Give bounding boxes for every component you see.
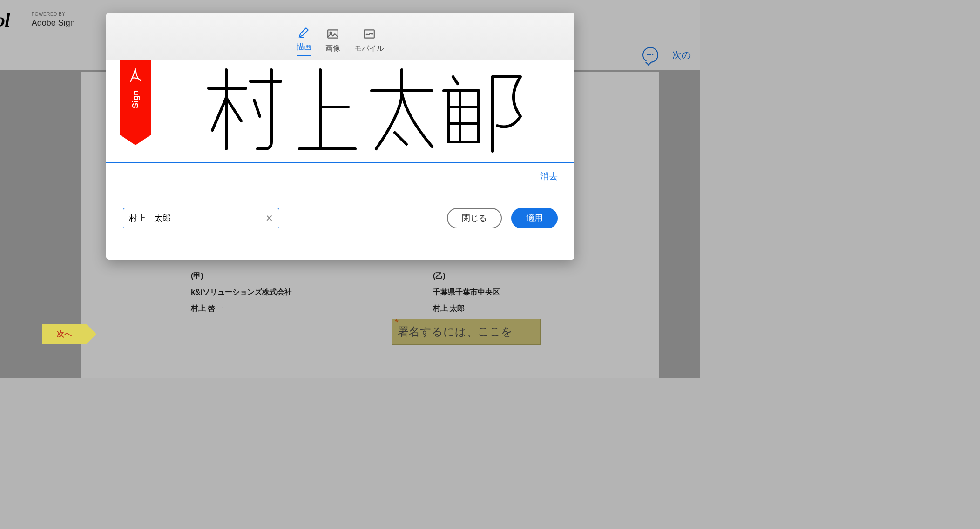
pen-icon [297,27,311,39]
signature-canvas[interactable]: Sign [106,60,574,163]
close-button[interactable]: 閉じる [447,208,502,228]
sign-ribbon: Sign [120,60,151,135]
tab-image[interactable]: 画像 [325,28,340,56]
image-icon [326,28,340,40]
tab-mobile[interactable]: モバイル [354,28,384,56]
name-input[interactable] [129,214,265,223]
next-flag[interactable]: 次へ [42,324,87,344]
button-row: 閉じる 適用 [447,208,558,228]
clear-link[interactable]: 消去 [540,170,558,182]
clear-input-icon[interactable]: ✕ [265,213,273,224]
ribbon-label: Sign [131,90,141,108]
adobe-acrobat-icon [128,67,143,86]
handwritten-signature [199,56,534,158]
modal-tabs: 描画 画像 モバイル [106,13,574,60]
clear-row: 消去 [106,163,574,190]
name-input-wrapper: ✕ [123,208,279,228]
signature-modal: 描画 画像 モバイル Sign [106,13,574,260]
modal-footer: ✕ 閉じる 適用 [106,190,574,260]
apply-button[interactable]: 適用 [511,208,558,228]
mobile-signature-icon [362,28,376,40]
svg-rect-0 [328,30,338,38]
tab-draw[interactable]: 描画 [297,27,311,56]
